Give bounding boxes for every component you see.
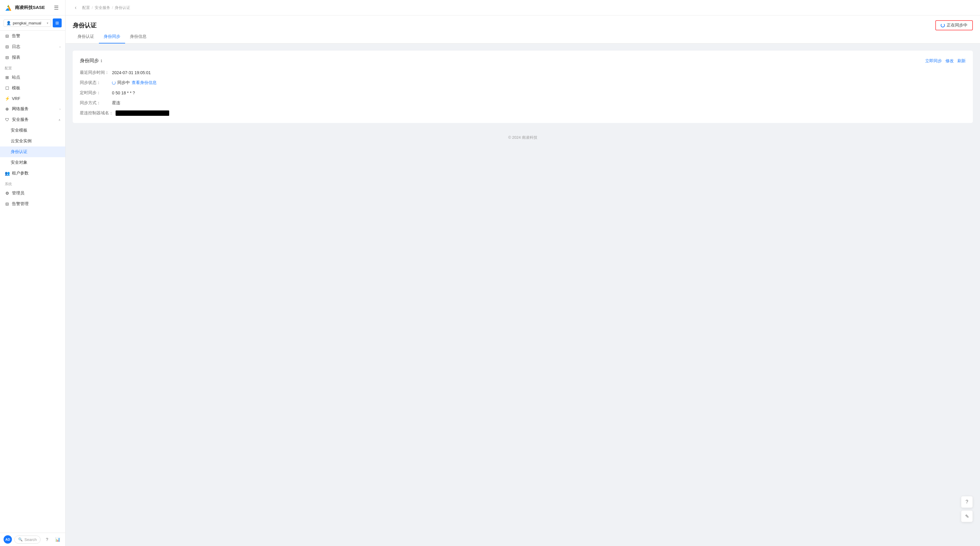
main-content: ‹ 配置 / 安全服务 / 身份认证 身份认证 正在同步中 身份认证: [65, 0, 980, 546]
sync-status-label: 同步状态：: [80, 80, 110, 86]
logo-area: 南凌科技SASE: [4, 3, 45, 12]
tab-sync[interactable]: 身份同步: [99, 30, 125, 43]
config-group-label: 配置: [0, 63, 65, 72]
info-row-scheduled: 定时同步： 0 50 18 * * ?: [80, 90, 966, 95]
sidebar-item-admin[interactable]: ⚙ 管理员: [0, 188, 65, 198]
sidebar-item-log[interactable]: ⊟ 日志 ›: [0, 41, 65, 52]
alert-icon: ⊟: [5, 33, 10, 38]
breadcrumb: 配置 / 安全服务 / 身份认证: [82, 5, 130, 10]
chevron-down-icon: ▾: [47, 21, 48, 25]
sidebar-item-identity-auth[interactable]: 身份认证: [0, 146, 65, 157]
sync-status-button[interactable]: 正在同步中: [935, 20, 973, 30]
user-search-bar: 👤 pengkai_manual ▾ ⊞: [0, 16, 65, 31]
sidebar-item-label: 模板: [12, 86, 60, 91]
topbar: ‹ 配置 / 安全服务 / 身份认证: [65, 0, 980, 16]
page-footer: © 2024 南凌科技: [65, 130, 980, 145]
sidebar-item-security-object[interactable]: 安全对象: [0, 157, 65, 168]
info-row-sync-method: 同步方式： 星连: [80, 100, 966, 106]
sidebar-item-label: 告警: [12, 33, 60, 39]
search-icon: 🔍: [18, 537, 23, 541]
tenant-icon: 👥: [5, 171, 10, 176]
sidebar-item-network[interactable]: ⊕ 网络服务 ›: [0, 103, 65, 114]
sidebar-item-label: 安全服务: [12, 117, 56, 122]
stats-button[interactable]: 📊: [54, 535, 62, 544]
footer-search-text: Search: [24, 537, 37, 542]
admin-icon: ⚙: [5, 191, 10, 195]
view-identity-info-link[interactable]: 查看身份信息: [132, 80, 157, 86]
edit-button[interactable]: 修改: [945, 58, 954, 64]
sidebar-collapse-button[interactable]: ‹: [73, 5, 79, 11]
search-action-button[interactable]: ⊞: [53, 19, 62, 27]
domain-value-redacted: [116, 110, 169, 116]
info-row-last-sync: 最近同步时间： 2024-07-31 19:05:01: [80, 70, 966, 75]
sidebar-item-cloud-security[interactable]: 云安全实例: [0, 136, 65, 146]
sidebar-item-alert[interactable]: ⊟ 告警: [0, 31, 65, 41]
breadcrumb-config[interactable]: 配置: [82, 5, 90, 10]
sidebar-item-label: 管理员: [12, 190, 60, 196]
sidebar-item-tenant[interactable]: 👥 租户参数: [0, 168, 65, 179]
sync-method-label: 同步方式：: [80, 100, 110, 106]
breadcrumb-security[interactable]: 安全服务: [95, 5, 110, 10]
sidebar-item-site[interactable]: ⊞ 站点: [0, 72, 65, 83]
page-body: 身份同步 ℹ 立即同步 修改 刷新 最近同步时间： 2024-07-31 19:…: [65, 43, 980, 130]
last-sync-label: 最近同步时间：: [80, 70, 110, 75]
floating-edit-button[interactable]: ✎: [961, 510, 973, 522]
refresh-button[interactable]: 刷新: [957, 58, 966, 64]
nav-section: ⊟ 告警 ⊟ 日志 › ⊟ 报表 配置 ⊞ 站点 ☐ 模板 ⚡ VRF ⊕ 网络…: [0, 31, 65, 209]
chevron-right-icon: ›: [60, 45, 60, 49]
help-button[interactable]: ?: [43, 535, 51, 544]
sidebar: 南凌科技SASE ☰ 👤 pengkai_manual ▾ ⊞ ⊟ 告警 ⊟ 日…: [0, 0, 65, 546]
sidebar-item-security-template[interactable]: 安全模板: [0, 125, 65, 136]
sidebar-item-alarm-mgmt[interactable]: ⊟ 告警管理: [0, 198, 65, 209]
floating-help-button[interactable]: ?: [961, 496, 973, 508]
breadcrumb-sep: /: [92, 5, 93, 10]
content-area: 身份认证 正在同步中 身份认证 身份同步 身份信息: [65, 16, 980, 546]
site-icon: ⊞: [5, 75, 10, 80]
info-icon[interactable]: ℹ: [101, 59, 102, 63]
floating-actions: ? ✎: [961, 496, 973, 522]
tab-auth[interactable]: 身份认证: [73, 30, 99, 43]
menu-toggle-button[interactable]: ☰: [51, 3, 61, 13]
logo-text: 南凌科技SASE: [15, 5, 45, 10]
footer-text: © 2024 南凌科技: [508, 135, 537, 140]
template-icon: ☐: [5, 86, 10, 90]
sidebar-item-vrf[interactable]: ⚡ VRF: [0, 94, 65, 103]
sync-status-area: 同步中 查看身份信息: [112, 80, 157, 86]
sync-now-button[interactable]: 立即同步: [925, 58, 942, 64]
domain-label: 星连控制器域名：: [80, 110, 113, 116]
section-title: 身份同步 ℹ: [80, 58, 102, 64]
sidebar-item-label: 安全对象: [11, 160, 60, 165]
user-icon: 👤: [6, 21, 11, 25]
info-grid: 最近同步时间： 2024-07-31 19:05:01 同步状态： 同步中 查看…: [80, 70, 966, 116]
sync-card: 身份同步 ℹ 立即同步 修改 刷新 最近同步时间： 2024-07-31 19:…: [73, 51, 973, 123]
scheduled-label: 定时同步：: [80, 90, 110, 95]
page-title: 身份认证: [73, 21, 97, 30]
sidebar-item-label: 站点: [12, 75, 60, 80]
user-selector[interactable]: 👤 pengkai_manual ▾: [3, 19, 51, 27]
sidebar-item-label: 安全模板: [11, 128, 60, 133]
sidebar-item-template[interactable]: ☐ 模板: [0, 83, 65, 94]
sync-method-value: 星连: [112, 100, 120, 106]
vrf-icon: ⚡: [5, 96, 10, 101]
info-row-sync-status: 同步状态： 同步中 查看身份信息: [80, 80, 966, 86]
sidebar-header: 南凌科技SASE ☰: [0, 0, 65, 16]
sidebar-item-label: 网络服务: [12, 106, 57, 112]
avatar: AD: [3, 535, 12, 544]
status-spinner-icon: [112, 81, 116, 84]
breadcrumb-current: 身份认证: [115, 5, 130, 10]
sidebar-item-label: 云安全实例: [11, 138, 60, 144]
user-selector-text: pengkai_manual: [13, 21, 45, 25]
alarm-icon: ⊟: [5, 202, 10, 206]
info-row-domain: 星连控制器域名：: [80, 110, 966, 116]
sidebar-item-security[interactable]: 🛡 安全服务 ∧: [0, 114, 65, 125]
report-icon: ⊟: [5, 55, 10, 60]
system-group-label: 系统: [0, 179, 65, 188]
section-header: 身份同步 ℹ 立即同步 修改 刷新: [80, 58, 966, 64]
section-actions: 立即同步 修改 刷新: [925, 58, 966, 64]
sidebar-item-report[interactable]: ⊟ 报表: [0, 52, 65, 63]
footer-search-input[interactable]: 🔍 Search: [14, 536, 40, 544]
tab-info[interactable]: 身份信息: [125, 30, 151, 43]
logo-icon: [4, 3, 13, 12]
sidebar-item-label: VRF: [12, 96, 60, 101]
security-icon: 🛡: [5, 117, 10, 122]
